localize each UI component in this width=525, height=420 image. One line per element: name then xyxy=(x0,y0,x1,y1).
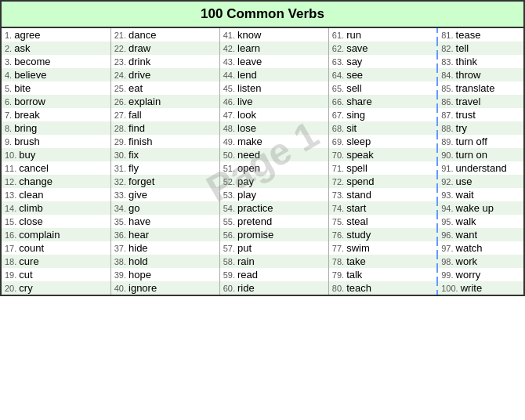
verb-cell: 67. sing xyxy=(328,108,437,121)
verb-number: 41. xyxy=(223,31,237,40)
verb-word: finish xyxy=(129,136,152,147)
table-row: 10. buy30. fix50. need70. speak90. turn … xyxy=(2,148,523,161)
table-row: 11. cancel31. fly51. open71. spell91. un… xyxy=(2,161,523,175)
verb-word: ignore xyxy=(129,282,157,294)
verb-word: want xyxy=(456,229,477,241)
verb-cell: 22. draw xyxy=(110,42,219,55)
verb-word: brush xyxy=(14,136,40,147)
verb-number: 84. xyxy=(441,71,455,80)
verb-cell: 98. work xyxy=(437,255,523,268)
verb-number: 16. xyxy=(5,230,19,240)
verb-number: 19. xyxy=(5,270,19,280)
verb-word: start xyxy=(346,202,366,214)
verb-cell: 7. break xyxy=(2,108,110,121)
verb-word: run xyxy=(346,29,361,41)
verb-number: 62. xyxy=(332,44,346,53)
verb-word: ask xyxy=(14,42,30,54)
verb-cell: 96. want xyxy=(437,228,523,241)
verb-word: count xyxy=(19,242,44,254)
verb-word: save xyxy=(346,42,368,54)
verb-cell: 94. wake up xyxy=(437,201,523,215)
verb-word: write xyxy=(461,282,482,294)
verb-word: bring xyxy=(14,122,37,134)
verb-number: 43. xyxy=(223,57,237,67)
verb-number: 79. xyxy=(332,270,346,280)
verb-cell: 51. open xyxy=(219,161,328,175)
verb-number: 71. xyxy=(332,164,346,173)
verb-number: 54. xyxy=(223,204,237,213)
verb-cell: 32. forget xyxy=(110,175,219,188)
verb-cell: 19. cut xyxy=(2,268,110,281)
verb-word: find xyxy=(129,122,145,134)
table-row: 14. climb34. go54. practice74. start94. … xyxy=(2,201,523,215)
verb-word: dance xyxy=(129,29,156,41)
verb-cell: 87. trust xyxy=(437,108,523,121)
verb-word: hear xyxy=(129,229,149,241)
verb-number: 20. xyxy=(5,284,19,293)
verb-cell: 81. tease xyxy=(437,28,523,42)
table-row: 18. cure38. hold58. rain78. take98. work xyxy=(2,255,523,268)
verb-cell: 53. play xyxy=(219,188,328,201)
verb-cell: 4. believe xyxy=(2,68,110,81)
verb-cell: 40. ignore xyxy=(110,281,219,295)
verb-cell: 47. look xyxy=(219,108,328,121)
verb-cell: 71. spell xyxy=(328,161,437,175)
verb-cell: 52. pay xyxy=(219,175,328,188)
verb-word: turn off xyxy=(456,136,487,147)
verb-word: watch xyxy=(456,242,483,254)
verb-cell: 64. see xyxy=(328,68,437,81)
verb-cell: 25. eat xyxy=(110,81,219,95)
verb-word: sit xyxy=(346,122,357,134)
verb-word: wait xyxy=(456,189,474,201)
verb-number: 12. xyxy=(5,177,19,186)
verb-word: hope xyxy=(129,269,151,281)
verb-word: steal xyxy=(346,215,368,227)
verb-word: lose xyxy=(237,122,256,134)
verb-word: share xyxy=(346,96,372,107)
verb-cell: 33. give xyxy=(110,188,219,201)
verb-cell: 35. have xyxy=(110,215,219,228)
verb-word: cancel xyxy=(19,162,49,174)
verb-number: 7. xyxy=(5,110,14,120)
verb-cell: 1. agree xyxy=(2,28,110,42)
verb-cell: 65. sell xyxy=(328,81,437,95)
verb-cell: 10. buy xyxy=(2,148,110,161)
verb-word: complain xyxy=(19,229,60,241)
verb-word: change xyxy=(19,176,52,187)
verb-number: 82. xyxy=(441,44,455,53)
verb-number: 47. xyxy=(223,110,237,120)
verb-cell: 49. make xyxy=(219,135,328,148)
verb-cell: 29. finish xyxy=(110,135,219,148)
verb-word: hide xyxy=(129,242,148,254)
verb-cell: 27. fall xyxy=(110,108,219,121)
verb-word: tell xyxy=(456,42,469,54)
verb-cell: 56. promise xyxy=(219,228,328,241)
verb-word: have xyxy=(129,215,150,227)
verb-word: travel xyxy=(456,96,481,107)
verb-number: 38. xyxy=(114,257,129,266)
verb-word: play xyxy=(237,189,256,201)
verb-cell: 82. tell xyxy=(437,42,523,55)
verb-word: bite xyxy=(14,82,31,94)
verb-cell: 95. walk xyxy=(437,215,523,228)
verb-number: 56. xyxy=(223,230,237,240)
verb-number: 73. xyxy=(332,190,346,200)
verb-cell: 23. drink xyxy=(110,55,219,68)
verb-number: 48. xyxy=(223,124,237,133)
verb-cell: 14. climb xyxy=(2,201,110,215)
verb-cell: 5. bite xyxy=(2,81,110,95)
verb-cell: 26. explain xyxy=(110,95,219,108)
verb-number: 88. xyxy=(441,124,455,133)
verb-number: 33. xyxy=(114,190,129,200)
verb-cell: 37. hide xyxy=(110,241,219,255)
verb-number: 67. xyxy=(332,110,346,120)
verb-word: climb xyxy=(19,202,42,214)
verb-word: go xyxy=(129,202,139,214)
verb-cell: 11. cancel xyxy=(2,161,110,175)
verb-number: 6. xyxy=(5,97,14,107)
verb-word: trust xyxy=(456,109,476,121)
verb-cell: 28. find xyxy=(110,121,219,135)
verb-word: pay xyxy=(237,176,254,187)
verb-word: worry xyxy=(456,269,481,281)
verb-number: 85. xyxy=(441,84,455,93)
